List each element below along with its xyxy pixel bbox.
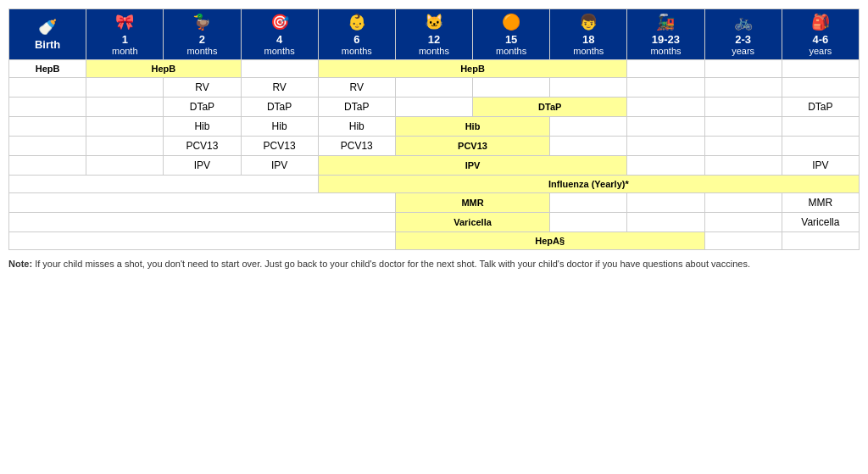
mmr-2-3yr bbox=[704, 193, 782, 213]
varicella-18mo bbox=[550, 213, 627, 232]
header-4-6yr: 🎒 4-6 years bbox=[782, 9, 859, 60]
dtap-4mo: DTaP bbox=[241, 98, 318, 117]
12mo-icon: 🐱 bbox=[398, 13, 470, 31]
rv-row: RV RV RV bbox=[9, 78, 860, 98]
2mo-unit: months bbox=[186, 46, 217, 56]
influenza-span: Influenza (Yearly)* bbox=[318, 176, 859, 193]
header-19-23mo: 🚂 19-23 months bbox=[627, 9, 704, 60]
ipv-2-3yr bbox=[704, 156, 782, 176]
pcv13-19-23mo bbox=[627, 137, 704, 156]
note-text: If your child misses a shot, you don't n… bbox=[35, 259, 750, 269]
ipv-1mo bbox=[86, 156, 164, 176]
hepb-19-23mo bbox=[627, 60, 704, 78]
2mo-age: 2 bbox=[199, 33, 205, 46]
header-12mo: 🐱 12 months bbox=[395, 9, 472, 60]
varicella-19-23mo bbox=[627, 213, 704, 232]
varicella-4-6yr: Varicella bbox=[782, 213, 859, 232]
hib-2-3yr bbox=[704, 117, 782, 137]
dtap-19-23mo bbox=[627, 98, 704, 117]
hepb-label: HepB bbox=[9, 60, 86, 78]
rv-2-3yr bbox=[704, 78, 782, 98]
rv-12mo bbox=[395, 78, 472, 98]
19-23mo-age: 19-23 bbox=[652, 33, 680, 46]
1mo-age: 1 bbox=[122, 33, 128, 46]
hepb-4mo bbox=[241, 60, 318, 78]
rv-4mo: RV bbox=[241, 78, 318, 98]
15mo-unit: months bbox=[496, 46, 526, 56]
varicella-span: Varicella bbox=[395, 213, 549, 232]
header-4mo: 🎯 4 months bbox=[241, 9, 318, 60]
hepb-6mo-18mo: HepB bbox=[318, 60, 627, 78]
header-15mo: 🟠 15 months bbox=[473, 9, 550, 60]
pcv13-4mo: PCV13 bbox=[241, 137, 318, 156]
15mo-icon: 🟠 bbox=[475, 13, 548, 31]
ipv-birth bbox=[9, 156, 86, 176]
1mo-unit: month bbox=[112, 46, 138, 56]
dtap-15mo-18mo: DTaP bbox=[473, 98, 627, 117]
mmr-empty bbox=[9, 193, 396, 213]
hib-4mo: Hib bbox=[241, 117, 318, 137]
4-6yr-age: 4-6 bbox=[812, 33, 828, 46]
ipv-6mo-18mo: IPV bbox=[318, 156, 627, 176]
note-section: Note: If your child misses a shot, you d… bbox=[8, 257, 860, 271]
hib-4-6yr bbox=[782, 117, 859, 137]
6mo-unit: months bbox=[342, 46, 372, 56]
rv-18mo bbox=[550, 78, 627, 98]
header-6mo: 👶 6 months bbox=[318, 9, 395, 60]
pcv13-1mo bbox=[86, 137, 164, 156]
15mo-age: 15 bbox=[505, 33, 517, 46]
hepa-row: HepA§ bbox=[9, 232, 860, 250]
6mo-age: 6 bbox=[353, 33, 359, 46]
18mo-unit: months bbox=[573, 46, 604, 56]
4mo-unit: months bbox=[264, 46, 295, 56]
dtap-6mo: DTaP bbox=[318, 98, 395, 117]
ipv-4mo: IPV bbox=[241, 156, 318, 176]
influenza-empty bbox=[9, 176, 319, 193]
1mo-icon: 🎀 bbox=[88, 13, 161, 31]
header-1mo: 🎀 1 month bbox=[86, 9, 164, 60]
mmr-row: MMR MMR bbox=[9, 193, 860, 213]
pcv13-12mo-15mo: PCV13 bbox=[395, 137, 549, 156]
pcv13-2mo: PCV13 bbox=[164, 137, 241, 156]
hib-birth bbox=[9, 117, 86, 137]
header-2mo: 🦆 2 months bbox=[164, 9, 241, 60]
2mo-icon: 🦆 bbox=[165, 13, 238, 31]
4mo-icon: 🎯 bbox=[243, 13, 316, 31]
hepa-span: HepA§ bbox=[395, 232, 704, 250]
pcv13-birth bbox=[9, 137, 86, 156]
hepb-4-6yr bbox=[782, 60, 859, 78]
header-2-3yr: 🚲 2-3 years bbox=[704, 9, 782, 60]
ipv-19-23mo bbox=[627, 156, 704, 176]
header-18mo: 👦 18 months bbox=[550, 9, 627, 60]
rv-2mo: RV bbox=[164, 78, 241, 98]
hepb-row: HepB HepB HepB bbox=[9, 60, 860, 78]
19-23mo-icon: 🚂 bbox=[629, 13, 702, 31]
hib-19-23mo bbox=[627, 117, 704, 137]
hepa-4-6yr bbox=[782, 232, 859, 250]
dtap-row: DTaP DTaP DTaP DTaP DTaP bbox=[9, 98, 860, 117]
dtap-1mo bbox=[86, 98, 164, 117]
note-bold: Note: bbox=[8, 259, 32, 269]
dtap-12mo bbox=[395, 98, 472, 117]
19-23mo-unit: months bbox=[650, 46, 681, 56]
hib-2mo: Hib bbox=[164, 117, 241, 137]
6mo-icon: 👶 bbox=[320, 13, 393, 31]
ipv-4-6yr: IPV bbox=[782, 156, 859, 176]
hepa-2-3yr bbox=[704, 232, 782, 250]
varicella-empty bbox=[9, 213, 396, 232]
hepb-2-3yr bbox=[704, 60, 782, 78]
dtap-birth bbox=[9, 98, 86, 117]
dtap-4-6yr: DTaP bbox=[782, 98, 859, 117]
dtap-2mo: DTaP bbox=[164, 98, 241, 117]
hib-1mo bbox=[86, 117, 164, 137]
18mo-icon: 👦 bbox=[552, 13, 625, 31]
hepb-1mo-2mo: HepB bbox=[86, 60, 241, 78]
4-6yr-unit: years bbox=[809, 46, 832, 56]
rv-15mo bbox=[473, 78, 550, 98]
pcv13-row: PCV13 PCV13 PCV13 PCV13 bbox=[9, 137, 860, 156]
2-3yr-unit: years bbox=[732, 46, 754, 56]
varicella-row: Varicella Varicella bbox=[9, 213, 860, 232]
mmr-18mo bbox=[550, 193, 627, 213]
mmr-19-23mo bbox=[627, 193, 704, 213]
4mo-age: 4 bbox=[276, 33, 282, 46]
